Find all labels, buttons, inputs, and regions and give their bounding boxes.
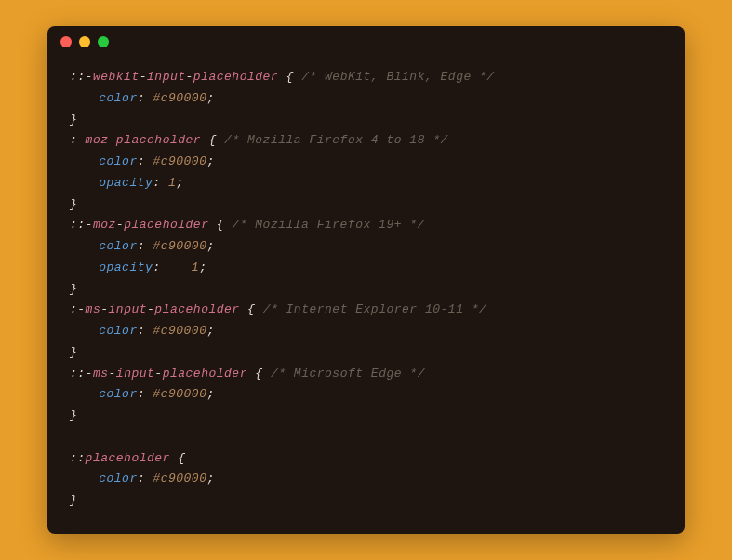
brace-open: { [286, 70, 294, 84]
brace-open: { [178, 451, 185, 465]
selector-colon: ::- [70, 218, 93, 232]
code-line: ::-moz-placeholder { /* Mozilla Firefox … [70, 215, 662, 236]
selector-part: placeholder [163, 367, 247, 380]
property-name: color [99, 239, 138, 253]
selector-dash: - [116, 218, 124, 232]
code-line: :-moz-placeholder { /* Mozilla Firefox 4… [70, 130, 662, 152]
code-line: :-ms-input-placeholder { /* Internet Exp… [70, 300, 662, 321]
colon: : [138, 324, 153, 338]
selector-part: ms [93, 367, 109, 380]
brace-close: } [70, 282, 77, 296]
code-line: ::-webkit-input-placeholder { /* WebKit,… [70, 67, 662, 88]
comment: /* Mozilla Firefox 19+ */ [232, 218, 425, 232]
semicolon: ; [206, 239, 214, 253]
property-name: color [99, 154, 138, 168]
code-line: } [70, 406, 662, 427]
selector-dash: - [140, 70, 147, 84]
property-value: #c90000 [153, 387, 206, 401]
semicolon: ; [206, 387, 214, 401]
code-line: ::-ms-input-placeholder { /* Microsoft E… [70, 364, 662, 385]
property-value: #c90000 [153, 154, 206, 168]
selector-dash: - [154, 367, 162, 380]
code-line: } [70, 342, 662, 364]
code-line [70, 427, 662, 448]
property-name: color [99, 324, 138, 338]
property-value: #c90000 [153, 324, 206, 338]
property-name: color [99, 387, 138, 401]
semicolon: ; [199, 260, 206, 274]
code-window: ::-webkit-input-placeholder { /* WebKit,… [47, 26, 685, 534]
property-name: opacity [99, 260, 153, 274]
selector-dash: - [186, 70, 193, 84]
selector-colon: ::- [70, 367, 93, 380]
colon: : [138, 154, 153, 168]
code-line: opacity: 1; [70, 258, 662, 279]
code-line: } [70, 194, 662, 216]
code-line: ::placeholder { [70, 448, 662, 470]
minimize-icon[interactable] [79, 36, 90, 47]
comment: /* WebKit, Blink, Edge */ [301, 70, 495, 84]
selector-part: input [109, 302, 148, 316]
selector-dash: - [109, 133, 116, 147]
selector-dash: - [109, 367, 116, 380]
brace-open: { [217, 218, 224, 232]
selector-colon: ::- [70, 70, 93, 84]
property-name: color [99, 91, 138, 105]
property-value: 1 [168, 176, 176, 190]
selector-colon: :- [70, 302, 86, 316]
comment: /* Mozilla Firefox 4 to 18 */ [224, 133, 448, 147]
selector-part: placeholder [86, 451, 170, 465]
selector-part: placeholder [124, 218, 208, 232]
semicolon: ; [206, 324, 214, 338]
property-name: color [99, 472, 138, 486]
code-line: color: #c90000; [70, 88, 662, 110]
titlebar [47, 26, 685, 58]
brace-close: } [70, 113, 77, 127]
code-line: color: #c90000; [70, 321, 662, 342]
code-line: } [70, 490, 662, 512]
selector-part: placeholder [154, 302, 239, 316]
selector-part: placeholder [193, 70, 278, 84]
property-value: #c90000 [153, 472, 206, 486]
selector-colon: :- [70, 133, 86, 147]
selector-part: ms [86, 302, 101, 316]
colon: : [153, 176, 168, 190]
code-line: } [70, 110, 662, 131]
selector-part: placeholder [116, 133, 201, 147]
brace-close: } [70, 408, 77, 422]
selector-colon: :: [70, 451, 86, 465]
selector-part: input [147, 70, 186, 84]
selector-part: moz [93, 218, 116, 232]
close-icon[interactable] [60, 36, 72, 47]
colon: : [138, 387, 153, 401]
brace-close: } [70, 345, 77, 359]
semicolon: ; [206, 472, 214, 486]
property-value: #c90000 [153, 239, 206, 253]
comment: /* Internet Explorer 10-11 */ [263, 302, 487, 316]
selector-dash: - [100, 302, 108, 316]
property-name: opacity [99, 176, 153, 190]
brace-close: } [70, 197, 77, 211]
colon: : [138, 472, 153, 486]
code-line: color: #c90000; [70, 384, 662, 406]
code-line: color: #c90000; [70, 469, 662, 490]
brace-close: } [70, 493, 77, 507]
selector-part: webkit [93, 70, 140, 84]
semicolon: ; [206, 154, 214, 168]
colon: : [153, 260, 168, 274]
semicolon: ; [206, 91, 214, 105]
comment: /* Microsoft Edge */ [271, 367, 425, 380]
brace-open: { [208, 133, 216, 147]
selector-part: moz [86, 133, 109, 147]
brace-open: { [247, 302, 255, 316]
colon: : [138, 91, 153, 105]
code-line: } [70, 279, 662, 300]
maximize-icon[interactable] [98, 36, 109, 47]
selector-part: input [116, 367, 155, 380]
code-editor: ::-webkit-input-placeholder { /* WebKit,… [47, 58, 685, 534]
property-value: #c90000 [153, 91, 206, 105]
colon: : [138, 239, 153, 253]
code-line: opacity: 1; [70, 173, 662, 194]
code-line: color: #c90000; [70, 236, 662, 258]
semicolon: ; [176, 176, 183, 190]
